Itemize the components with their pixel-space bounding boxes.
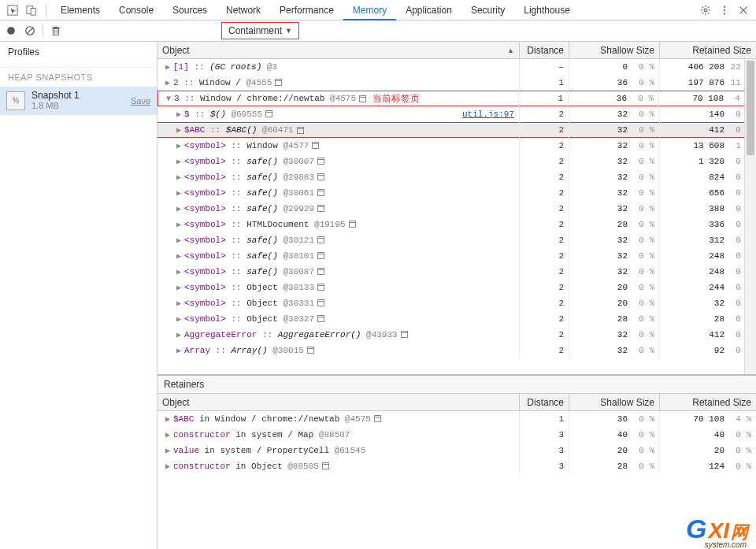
tab-elements[interactable]: Elements (51, 0, 109, 20)
table-row[interactable]: ▶$ABC in Window / chrome://newtab @45751… (158, 411, 756, 427)
table-row[interactable]: ▶<symbol> :: safe() @300072320 %1 3200 % (158, 154, 756, 169)
expand-icon[interactable]: ▶ (175, 283, 183, 292)
table-row[interactable]: ▶<symbol> :: HTMLDocument @191952280 %33… (158, 217, 756, 232)
table-row[interactable]: ▶<symbol> :: safe() @300872320 %2480 % (158, 264, 756, 280)
col-distance[interactable]: Distance (520, 42, 569, 58)
retainers-pane: Retainers Object Distance Shallow Size R… (158, 374, 756, 549)
expand-icon[interactable]: ▶ (175, 204, 183, 213)
record-icon[interactable] (5, 24, 17, 37)
table-row[interactable]: ▶<symbol> :: safe() @301212320 %3120 % (158, 232, 756, 248)
table-row[interactable]: ▶<symbol> :: safe() @300612320 %6560 % (158, 185, 756, 201)
col-object[interactable]: Object▲ (158, 42, 520, 58)
expand-icon[interactable]: ▶ (175, 267, 183, 276)
window-icon (359, 95, 366, 102)
dropdown-label: Containment (228, 25, 282, 36)
table-row[interactable]: ▶<symbol> :: safe() @298832320 %8240 % (158, 169, 756, 185)
expand-icon[interactable]: ▶ (175, 125, 183, 135)
expand-icon[interactable]: ▶ (175, 220, 183, 229)
table-row[interactable]: ▶$ :: $() @60555util.js:972320 %1400 % (158, 106, 756, 122)
table-row[interactable]: ▶$ABC :: $ABC() @604712320 %4120 % (158, 122, 756, 138)
tab-memory[interactable]: Memory (343, 0, 396, 20)
profiles-sidebar: Profiles HEAP SNAPSHOTS % Snapshot 1 1.8… (0, 42, 158, 549)
expand-icon[interactable]: ▶ (175, 141, 183, 150)
tab-performance[interactable]: Performance (270, 0, 343, 20)
col-retained[interactable]: Retained Size (660, 42, 756, 58)
separator (46, 4, 46, 17)
table-row[interactable]: ▶<symbol> :: safe() @299292320 %3880 % (158, 201, 756, 217)
expand-icon[interactable]: ▶ (175, 314, 183, 324)
retainers-body[interactable]: ▶$ABC in Window / chrome://newtab @45751… (158, 411, 756, 549)
svg-line-8 (702, 6, 704, 8)
table-row[interactable]: ▶2 :: Window / @45551360 %197 87611 % (158, 75, 756, 91)
svg-point-14 (724, 13, 725, 14)
expand-icon[interactable]: ▶ (175, 251, 183, 261)
expand-icon[interactable]: ▶ (164, 414, 172, 424)
expand-icon[interactable]: ▶ (164, 462, 172, 471)
col-shallow[interactable]: Shallow Size (569, 42, 660, 58)
table-row[interactable]: ▶AggregateError :: AggregateError() @439… (158, 327, 756, 343)
scrollbar[interactable] (744, 59, 756, 374)
inspect-icon[interactable] (6, 4, 19, 17)
sort-up-icon: ▲ (507, 46, 514, 54)
table-row[interactable]: ▶<symbol> :: Object @303272280 %280 % (158, 311, 756, 327)
table-row[interactable]: ▶[1] :: (GC roots) @3–00 %406 20822 % (158, 59, 756, 75)
tab-lighthouse[interactable]: Lighthouse (514, 0, 580, 20)
expand-icon[interactable]: ▶ (175, 188, 183, 198)
window-icon (317, 189, 324, 196)
window-icon (374, 415, 381, 422)
table-row[interactable]: ▶<symbol> :: Window @45772320 %13 6081 % (158, 138, 756, 154)
expand-icon[interactable]: ▶ (175, 299, 183, 308)
expand-icon[interactable]: ▶ (175, 236, 183, 245)
clear-icon[interactable] (24, 24, 36, 37)
table-row[interactable]: ▶value in system / PropertyCell @6154532… (158, 443, 756, 458)
view-dropdown[interactable]: Containment ▼ (221, 22, 299, 39)
tab-network[interactable]: Network (217, 0, 270, 20)
source-link[interactable]: util.js:97 (462, 109, 514, 119)
snapshot-item[interactable]: % Snapshot 1 1.8 MB Save (0, 87, 157, 115)
window-icon (317, 205, 324, 212)
tab-console[interactable]: Console (109, 0, 163, 20)
expand-icon[interactable]: ▶ (175, 346, 183, 355)
col-retained[interactable]: Retained Size (660, 394, 756, 410)
col-shallow[interactable]: Shallow Size (569, 394, 660, 410)
svg-point-13 (724, 9, 725, 10)
heap-snapshots-header: HEAP SNAPSHOTS (0, 67, 157, 87)
snapshot-size: 1.8 MB (32, 101, 124, 111)
expand-icon[interactable]: ▶ (175, 157, 183, 166)
col-distance[interactable]: Distance (520, 394, 569, 410)
collapse-icon[interactable]: ▼ (165, 95, 172, 103)
save-link[interactable]: Save (131, 96, 150, 106)
table-row[interactable]: ▶constructor in Object @885053280 %1240 … (158, 458, 756, 474)
table-row[interactable]: ▶constructor in system / Map @885073400 … (158, 427, 756, 443)
table-row[interactable]: ▶<symbol> :: Object @303312200 %320 % (158, 295, 756, 311)
table-row[interactable]: ▼3 :: Window / chrome://newtab @4575当前标签… (158, 91, 756, 106)
tab-security[interactable]: Security (461, 0, 514, 20)
close-icon[interactable] (737, 4, 750, 17)
table-row[interactable]: ▶Array :: Array() @300152320 %920 % (158, 343, 756, 358)
window-icon (317, 173, 324, 180)
gear-icon[interactable] (699, 4, 712, 17)
kebab-icon[interactable] (718, 4, 731, 17)
device-icon[interactable] (25, 4, 38, 17)
expand-icon[interactable]: ▶ (175, 330, 183, 339)
svg-line-10 (702, 12, 704, 13)
window-icon (349, 221, 356, 228)
col-object[interactable]: Object (158, 394, 520, 410)
separator (43, 24, 43, 37)
tab-sources[interactable]: Sources (163, 0, 217, 20)
table-header: Object▲ Distance Shallow Size Retained S… (158, 42, 756, 59)
expand-icon[interactable]: ▶ (164, 78, 172, 87)
expand-icon[interactable]: ▶ (175, 172, 183, 182)
retainers-header: Retainers (158, 376, 756, 394)
chevron-down-icon: ▼ (285, 27, 292, 35)
table-row[interactable]: ▶<symbol> :: safe() @301012320 %2480 % (158, 248, 756, 264)
window-icon (401, 331, 408, 338)
trash-icon[interactable] (50, 24, 62, 37)
tab-application[interactable]: Application (396, 0, 461, 20)
expand-icon[interactable]: ▶ (164, 446, 172, 455)
expand-icon[interactable]: ▶ (175, 109, 183, 119)
expand-icon[interactable]: ▶ (164, 430, 172, 440)
table-body[interactable]: ▶[1] :: (GC roots) @3–00 %406 20822 %▶2 … (158, 59, 756, 374)
table-row[interactable]: ▶<symbol> :: Object @301332200 %2440 % (158, 280, 756, 295)
expand-icon[interactable]: ▶ (164, 62, 172, 72)
